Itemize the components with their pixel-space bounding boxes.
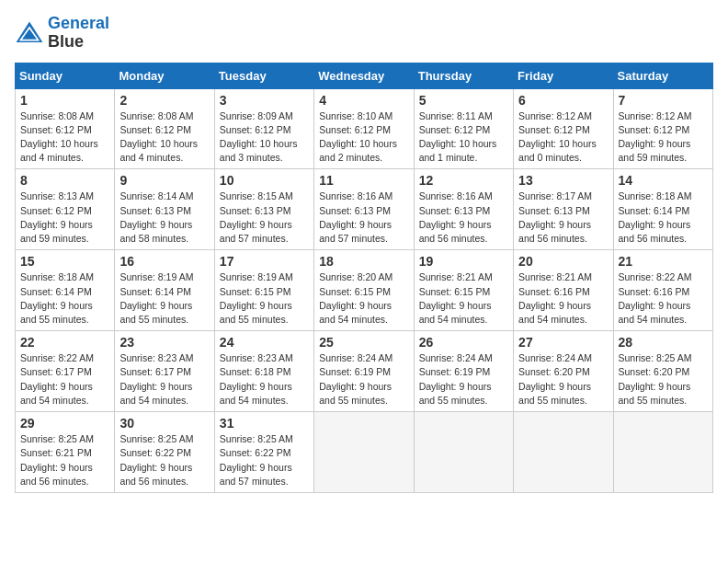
day-detail: Sunrise: 8:08 AMSunset: 6:12 PMDaylight:…: [119, 110, 198, 164]
logo-general: General: [48, 14, 109, 32]
day-cell-8: 8Sunrise: 8:13 AMSunset: 6:12 PMDaylight…: [16, 169, 115, 250]
day-number: 2: [119, 93, 209, 108]
day-number: 23: [119, 335, 209, 350]
day-detail: Sunrise: 8:10 AMSunset: 6:12 PMDaylight:…: [319, 110, 397, 164]
header-friday: Friday: [514, 63, 613, 88]
calendar-week-1: 1Sunrise: 8:08 AMSunset: 6:12 PMDaylight…: [16, 88, 713, 169]
day-cell-25: 25Sunrise: 8:24 AMSunset: 6:19 PMDayligh…: [314, 331, 414, 412]
day-cell-20: 20Sunrise: 8:21 AMSunset: 6:16 PMDayligh…: [514, 250, 613, 331]
day-detail: Sunrise: 8:09 AMSunset: 6:12 PMDaylight:…: [220, 110, 298, 164]
day-cell-14: 14Sunrise: 8:18 AMSunset: 6:14 PMDayligh…: [613, 169, 712, 250]
day-cell-2: 2Sunrise: 8:08 AMSunset: 6:12 PMDaylight…: [115, 88, 214, 169]
day-cell-3: 3Sunrise: 8:09 AMSunset: 6:12 PMDaylight…: [214, 88, 313, 169]
day-detail: Sunrise: 8:11 AMSunset: 6:12 PMDaylight:…: [419, 110, 497, 164]
day-cell-15: 15Sunrise: 8:18 AMSunset: 6:14 PMDayligh…: [16, 250, 115, 331]
day-detail: Sunrise: 8:25 AMSunset: 6:21 PMDaylight:…: [20, 433, 94, 487]
day-number: 22: [20, 335, 109, 350]
day-number: 1: [20, 93, 109, 108]
day-detail: Sunrise: 8:12 AMSunset: 6:12 PMDaylight:…: [619, 110, 692, 164]
day-number: 15: [20, 254, 109, 269]
day-detail: Sunrise: 8:25 AMSunset: 6:20 PMDaylight:…: [619, 352, 692, 406]
calendar-week-2: 8Sunrise: 8:13 AMSunset: 6:12 PMDaylight…: [16, 169, 713, 250]
day-detail: Sunrise: 8:22 AMSunset: 6:17 PMDaylight:…: [20, 352, 94, 406]
day-number: 10: [220, 173, 309, 188]
day-detail: Sunrise: 8:25 AMSunset: 6:22 PMDaylight:…: [220, 433, 293, 487]
day-cell-22: 22Sunrise: 8:22 AMSunset: 6:17 PMDayligh…: [16, 331, 115, 412]
day-detail: Sunrise: 8:24 AMSunset: 6:20 PMDaylight:…: [518, 352, 592, 406]
day-number: 25: [319, 335, 408, 350]
day-cell-30: 30Sunrise: 8:25 AMSunset: 6:22 PMDayligh…: [115, 412, 214, 493]
empty-cell: [514, 412, 613, 493]
calendar-week-3: 15Sunrise: 8:18 AMSunset: 6:14 PMDayligh…: [16, 250, 713, 331]
logo: General Blue: [15, 15, 109, 52]
day-cell-29: 29Sunrise: 8:25 AMSunset: 6:21 PMDayligh…: [16, 412, 115, 493]
day-detail: Sunrise: 8:19 AMSunset: 6:15 PMDaylight:…: [220, 271, 293, 325]
day-cell-16: 16Sunrise: 8:19 AMSunset: 6:14 PMDayligh…: [115, 250, 214, 331]
day-number: 28: [619, 335, 708, 350]
day-number: 30: [119, 416, 209, 431]
day-number: 8: [20, 173, 109, 188]
day-cell-19: 19Sunrise: 8:21 AMSunset: 6:15 PMDayligh…: [414, 250, 513, 331]
day-cell-31: 31Sunrise: 8:25 AMSunset: 6:22 PMDayligh…: [214, 412, 313, 493]
day-number: 6: [518, 93, 608, 108]
day-detail: Sunrise: 8:08 AMSunset: 6:12 PMDaylight:…: [20, 110, 98, 164]
day-number: 19: [419, 254, 508, 269]
empty-cell: [613, 412, 712, 493]
day-cell-1: 1Sunrise: 8:08 AMSunset: 6:12 PMDaylight…: [16, 88, 115, 169]
header-thursday: Thursday: [414, 63, 513, 88]
day-number: 12: [419, 173, 508, 188]
day-detail: Sunrise: 8:16 AMSunset: 6:13 PMDaylight:…: [419, 190, 493, 244]
day-number: 11: [319, 173, 408, 188]
day-detail: Sunrise: 8:23 AMSunset: 6:17 PMDaylight:…: [119, 352, 193, 406]
page-header: General Blue: [15, 15, 713, 52]
day-cell-17: 17Sunrise: 8:19 AMSunset: 6:15 PMDayligh…: [214, 250, 313, 331]
header-wednesday: Wednesday: [314, 63, 414, 88]
calendar-week-4: 22Sunrise: 8:22 AMSunset: 6:17 PMDayligh…: [16, 331, 713, 412]
day-cell-28: 28Sunrise: 8:25 AMSunset: 6:20 PMDayligh…: [613, 331, 712, 412]
day-detail: Sunrise: 8:20 AMSunset: 6:15 PMDaylight:…: [319, 271, 392, 325]
day-cell-27: 27Sunrise: 8:24 AMSunset: 6:20 PMDayligh…: [514, 331, 613, 412]
calendar-table: SundayMondayTuesdayWednesdayThursdayFrid…: [15, 63, 713, 493]
header-sunday: Sunday: [16, 63, 115, 88]
day-cell-12: 12Sunrise: 8:16 AMSunset: 6:13 PMDayligh…: [414, 169, 513, 250]
day-detail: Sunrise: 8:12 AMSunset: 6:12 PMDaylight:…: [518, 110, 597, 164]
day-cell-24: 24Sunrise: 8:23 AMSunset: 6:18 PMDayligh…: [214, 331, 313, 412]
day-cell-4: 4Sunrise: 8:10 AMSunset: 6:12 PMDaylight…: [314, 88, 414, 169]
day-number: 14: [619, 173, 708, 188]
day-detail: Sunrise: 8:25 AMSunset: 6:22 PMDaylight:…: [119, 433, 193, 487]
empty-cell: [314, 412, 414, 493]
day-number: 7: [619, 93, 708, 108]
day-detail: Sunrise: 8:19 AMSunset: 6:14 PMDaylight:…: [119, 271, 193, 325]
calendar-header-row: SundayMondayTuesdayWednesdayThursdayFrid…: [16, 63, 713, 88]
day-cell-13: 13Sunrise: 8:17 AMSunset: 6:13 PMDayligh…: [514, 169, 613, 250]
logo-icon: [15, 20, 44, 46]
header-monday: Monday: [115, 63, 214, 88]
calendar-week-5: 29Sunrise: 8:25 AMSunset: 6:21 PMDayligh…: [16, 412, 713, 493]
day-cell-9: 9Sunrise: 8:14 AMSunset: 6:13 PMDaylight…: [115, 169, 214, 250]
day-number: 29: [20, 416, 109, 431]
day-number: 5: [419, 93, 508, 108]
day-number: 26: [419, 335, 508, 350]
day-cell-5: 5Sunrise: 8:11 AMSunset: 6:12 PMDaylight…: [414, 88, 513, 169]
day-number: 13: [518, 173, 608, 188]
day-cell-6: 6Sunrise: 8:12 AMSunset: 6:12 PMDaylight…: [514, 88, 613, 169]
day-cell-18: 18Sunrise: 8:20 AMSunset: 6:15 PMDayligh…: [314, 250, 414, 331]
day-detail: Sunrise: 8:24 AMSunset: 6:19 PMDaylight:…: [319, 352, 392, 406]
day-number: 9: [119, 173, 209, 188]
header-saturday: Saturday: [613, 63, 712, 88]
day-number: 16: [119, 254, 209, 269]
day-detail: Sunrise: 8:22 AMSunset: 6:16 PMDaylight:…: [619, 271, 692, 325]
day-number: 3: [220, 93, 309, 108]
day-number: 21: [619, 254, 708, 269]
day-detail: Sunrise: 8:21 AMSunset: 6:15 PMDaylight:…: [419, 271, 493, 325]
day-number: 17: [220, 254, 309, 269]
day-detail: Sunrise: 8:18 AMSunset: 6:14 PMDaylight:…: [619, 190, 692, 244]
day-cell-11: 11Sunrise: 8:16 AMSunset: 6:13 PMDayligh…: [314, 169, 414, 250]
day-detail: Sunrise: 8:23 AMSunset: 6:18 PMDaylight:…: [220, 352, 293, 406]
day-number: 4: [319, 93, 408, 108]
day-cell-10: 10Sunrise: 8:15 AMSunset: 6:13 PMDayligh…: [214, 169, 313, 250]
day-number: 27: [518, 335, 608, 350]
day-detail: Sunrise: 8:13 AMSunset: 6:12 PMDaylight:…: [20, 190, 94, 244]
header-tuesday: Tuesday: [214, 63, 313, 88]
day-cell-26: 26Sunrise: 8:24 AMSunset: 6:19 PMDayligh…: [414, 331, 513, 412]
